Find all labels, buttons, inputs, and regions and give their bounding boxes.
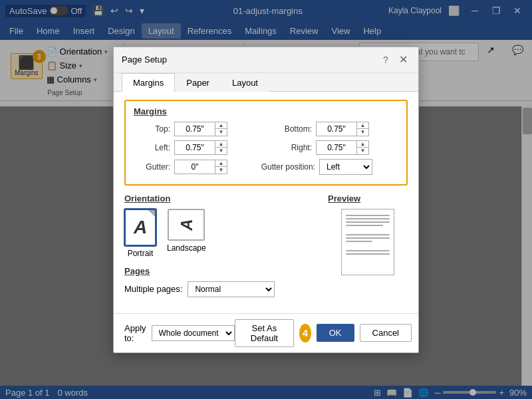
bottom-field: Bottom: ▲ ▼ <box>275 122 369 136</box>
dialog-tabs: Margins Paper Layout <box>114 73 418 92</box>
pages-row: Multiple pages: Normal Mirror margins 2 … <box>124 281 317 297</box>
bottom-decrement[interactable]: ▼ <box>357 129 368 136</box>
preview-line-2 <box>346 218 390 219</box>
bottom-label: Bottom: <box>275 124 312 134</box>
dialog-bottom: Apply to: Whole document This section Se… <box>114 313 418 352</box>
margins-section: Margins Top: ▲ ▼ Bott <box>124 100 408 186</box>
tab-paper[interactable]: Paper <box>175 73 221 92</box>
left-label: Left: <box>134 143 170 152</box>
gutter-input[interactable] <box>175 161 215 173</box>
bottom-spinner-arrows: ▲ ▼ <box>356 122 368 136</box>
preview-line-5 <box>346 234 390 235</box>
dialog-titlebar-buttons: ? ✕ <box>378 53 410 67</box>
preview-line-3 <box>346 221 390 223</box>
preview-line-8 <box>346 250 390 251</box>
gutter-pos-label: Gutter position: <box>249 162 315 172</box>
portrait-letter: A <box>134 217 147 238</box>
gutter-position-select[interactable]: Left Top <box>319 159 372 175</box>
set-as-default-button[interactable]: Set As Default <box>235 319 295 347</box>
portrait-label: Portrait <box>128 249 154 258</box>
dialog-content: Margins Top: ▲ ▼ Bott <box>114 92 418 313</box>
bottom-input[interactable] <box>317 123 356 135</box>
dialog-titlebar: Page Setup ? ✕ <box>114 47 418 73</box>
right-decrement[interactable]: ▼ <box>357 148 368 154</box>
orientation-buttons: A Portrait A Landscape <box>124 209 317 258</box>
tab-margins[interactable]: Margins <box>122 73 175 92</box>
left-field: Left: ▲ ▼ <box>134 140 227 155</box>
multiple-pages-select[interactable]: Normal Mirror margins 2 pages per sheet … <box>188 281 275 297</box>
gutter-field: Gutter: ▲ ▼ <box>134 160 227 174</box>
apply-to-label: Apply to: <box>124 323 146 343</box>
portrait-button[interactable]: A Portrait <box>124 209 156 258</box>
preview-title: Preview <box>328 194 408 203</box>
top-decrement[interactable]: ▼ <box>215 129 227 136</box>
preview-section: Preview <box>328 194 408 275</box>
preview-line-4 <box>346 225 383 226</box>
landscape-button[interactable]: A Landscape <box>167 209 206 258</box>
top-field: Top: ▲ ▼ <box>134 122 227 136</box>
gutter-label: Gutter: <box>134 162 170 172</box>
dialog-help-button[interactable]: ? <box>378 53 393 67</box>
pages-section: Pages Multiple pages: Normal Mirror marg… <box>124 266 317 297</box>
tab-layout[interactable]: Layout <box>221 73 269 92</box>
landscape-icon: A <box>168 209 205 241</box>
dialog-lower: Orientation A Portrait <box>124 194 408 305</box>
preview-line-6 <box>346 237 390 239</box>
fold-triangle <box>148 210 155 217</box>
gutter-decrement[interactable]: ▼ <box>215 167 227 174</box>
top-input[interactable] <box>175 123 215 135</box>
top-spinner-arrows: ▲ ▼ <box>215 122 227 136</box>
left-decrement[interactable]: ▼ <box>215 148 227 154</box>
step4-badge: 4 <box>299 324 311 342</box>
apply-to-select[interactable]: Whole document This section <box>152 325 235 341</box>
multiple-pages-label: Multiple pages: <box>124 284 182 294</box>
bottom-increment[interactable]: ▲ <box>357 122 368 129</box>
margins-section-title: Margins <box>134 106 398 116</box>
gutter-pos-field: Gutter position: Left Top <box>249 159 372 175</box>
dialog-lower-right: Preview <box>328 194 408 305</box>
orientation-title: Orientation <box>124 194 317 203</box>
preview-spacer-2 <box>346 244 390 248</box>
dialog-button-row: Set As Default 4 OK Cancel <box>235 319 412 347</box>
apply-to-row: Apply to: Whole document This section <box>124 323 235 343</box>
right-increment[interactable]: ▲ <box>357 141 368 148</box>
dialog-overlay: Page Setup ? ✕ Margins Paper Layout Marg… <box>0 0 532 399</box>
preview-line-1 <box>346 215 390 216</box>
orientation-section: Orientation A Portrait <box>124 194 317 258</box>
preview-box <box>341 209 394 275</box>
margins-row-top-bottom: Top: ▲ ▼ Bottom: <box>134 122 398 136</box>
right-spinner[interactable]: ▲ ▼ <box>316 140 369 155</box>
right-field: Right: ▲ ▼ <box>275 140 369 155</box>
left-increment[interactable]: ▲ <box>215 141 227 148</box>
preview-line-9 <box>346 253 390 255</box>
right-input[interactable] <box>317 142 356 154</box>
right-spinner-arrows: ▲ ▼ <box>356 141 368 154</box>
left-spinner[interactable]: ▲ ▼ <box>174 140 227 155</box>
preview-line-7 <box>346 241 372 242</box>
margins-row-gutter: Gutter: ▲ ▼ Gutter position: Left <box>134 159 398 175</box>
page-setup-dialog: Page Setup ? ✕ Margins Paper Layout Marg… <box>113 47 419 353</box>
pages-title: Pages <box>124 266 317 276</box>
landscape-letter: A <box>177 219 196 230</box>
left-spinner-arrows: ▲ ▼ <box>215 141 227 154</box>
gutter-increment[interactable]: ▲ <box>215 160 227 167</box>
preview-spacer <box>346 228 390 232</box>
gutter-spinner[interactable]: ▲ ▼ <box>174 160 227 174</box>
top-label: Top: <box>134 124 170 134</box>
ok-button[interactable]: OK <box>317 324 354 342</box>
dialog-lower-left: Orientation A Portrait <box>124 194 317 305</box>
left-input[interactable] <box>175 142 215 154</box>
top-spinner[interactable]: ▲ ▼ <box>174 122 227 136</box>
margins-row-left-right: Left: ▲ ▼ Right: <box>134 140 398 155</box>
gutter-spinner-arrows: ▲ ▼ <box>215 160 227 174</box>
cancel-button[interactable]: Cancel <box>360 324 412 342</box>
portrait-icon: A <box>124 209 156 246</box>
right-label: Right: <box>275 143 312 152</box>
dialog-close-button[interactable]: ✕ <box>396 53 410 67</box>
top-increment[interactable]: ▲ <box>215 122 227 129</box>
landscape-label: Landscape <box>167 243 206 253</box>
bottom-spinner[interactable]: ▲ ▼ <box>316 122 369 136</box>
dialog-title: Page Setup <box>122 55 167 65</box>
